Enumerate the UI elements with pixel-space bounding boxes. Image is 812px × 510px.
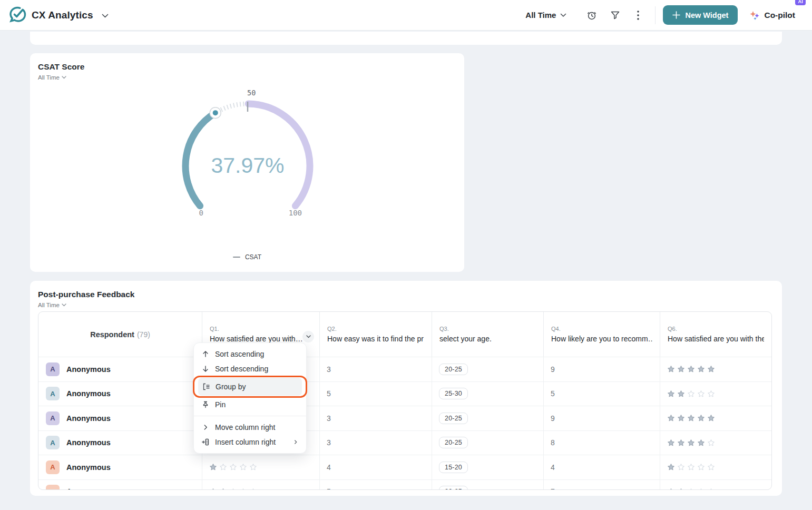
star-empty-icon (219, 463, 227, 471)
legend-series-label: CSAT (245, 253, 261, 261)
star-rating (667, 488, 715, 490)
chevron-down-icon (306, 335, 311, 338)
menu-item-pin[interactable]: Pin (194, 397, 306, 412)
column-menu-button[interactable] (302, 331, 314, 342)
ai-badge: AI (795, 0, 806, 5)
question-number: Q1. (210, 326, 312, 332)
q6-rating-cell (660, 406, 771, 430)
gauge-target-label: 50 (247, 89, 256, 97)
filter-button[interactable] (605, 6, 624, 25)
star-rating (667, 439, 715, 447)
time-filter-chevron-down-icon (560, 13, 566, 17)
question-label: select your age. (439, 335, 536, 343)
table-row[interactable]: AAnonymous320-259 (38, 406, 771, 430)
alerts-button[interactable] (582, 6, 601, 25)
copilot-button[interactable]: Co-pilot AI (749, 10, 803, 21)
menu-item-label: Sort descending (215, 365, 299, 373)
table-row[interactable]: AAnonymous 415-204 (38, 455, 771, 479)
star-filled-icon (697, 439, 705, 447)
star-filled-icon (697, 365, 705, 373)
q2-value-cell: 5 (319, 382, 432, 406)
respondent-cell: AAnonymous (38, 455, 202, 479)
gauge-min-label: 0 (199, 209, 203, 217)
avatar: A (46, 387, 60, 400)
star-empty-icon (249, 463, 257, 471)
gauge-svg: 5037.97%0100 (30, 53, 464, 272)
menu-item-group-by[interactable]: Group by (198, 378, 302, 396)
feedback-widget-time-filter[interactable]: All Time (38, 302, 66, 308)
q3-age-cell: 15-20 (432, 455, 543, 479)
menu-item-insert-column-right[interactable]: Insert column right (194, 435, 306, 449)
group-by-icon (202, 382, 210, 391)
app-brand[interactable]: CX Analytics (8, 5, 109, 25)
q4-value-cell: 8 (543, 431, 660, 455)
star-rating (667, 365, 715, 373)
q4-value-cell: 7 (543, 480, 660, 491)
menu-item-sort-ascending[interactable]: Sort ascending (194, 347, 306, 361)
alarm-clock-icon (586, 10, 597, 21)
feedback-time-filter-label: All Time (38, 302, 60, 308)
menu-item-move-column-right[interactable]: Move column right (194, 420, 306, 435)
question-number: Q2. (327, 326, 424, 332)
star-empty-icon (687, 463, 695, 471)
question-column-header[interactable]: Q3.select your age. (432, 312, 543, 357)
chevron-right-icon (201, 423, 210, 431)
table-row[interactable]: AAnonymous320-258 (38, 430, 771, 455)
table-row[interactable]: AAnonymous320-259 (38, 357, 771, 381)
menu-item-label: Sort ascending (215, 350, 299, 358)
respondent-column-header[interactable]: Respondent (79) (38, 312, 202, 357)
menu-item-sort-descending[interactable]: Sort descending (194, 361, 306, 376)
respondent-name: Anonymous (66, 365, 111, 374)
star-rating (209, 463, 257, 471)
star-empty-icon (697, 463, 705, 471)
q6-rating-cell (660, 431, 771, 455)
table-row[interactable]: AAnonymous 520-257 (38, 479, 771, 491)
star-filled-icon (687, 439, 695, 447)
q6-rating-cell (660, 455, 771, 479)
more-options-button[interactable] (629, 6, 648, 25)
global-time-filter[interactable]: All Time (525, 11, 566, 19)
age-badge: 20-25 (439, 413, 468, 424)
star-rating (667, 414, 715, 422)
star-rating (667, 463, 715, 471)
question-column-header[interactable]: Q6.How satisfied are you with the… (660, 312, 771, 357)
new-widget-button[interactable]: New Widget (663, 5, 738, 25)
question-column-header[interactable]: Q4.How likely are you to recomm… (543, 312, 660, 357)
star-empty-icon (229, 463, 237, 471)
pin-icon (201, 400, 210, 409)
star-filled-icon (209, 488, 217, 490)
copilot-label: Co-pilot (764, 11, 795, 20)
q3-age-cell: 20-25 (432, 431, 543, 455)
respondent-count: (79) (137, 330, 150, 339)
star-filled-icon (677, 365, 685, 373)
age-badge: 20-25 (439, 364, 468, 375)
gauge-max-label: 100 (289, 209, 302, 217)
q4-value-cell: 5 (543, 382, 660, 406)
q4-value-cell: 9 (543, 357, 660, 381)
new-widget-label: New Widget (685, 11, 728, 19)
star-empty-icon (229, 488, 237, 490)
toolbar-divider (655, 6, 656, 24)
avatar: A (46, 362, 60, 376)
feedback-time-chevron-down-icon (62, 303, 66, 307)
star-empty-icon (249, 488, 257, 490)
column-context-menu: Sort ascendingSort descendingGroup byPin… (193, 342, 307, 454)
q3-age-cell: 25-30 (432, 382, 543, 406)
gauge-value-label: 37.97% (211, 153, 284, 178)
respondent-cell: AAnonymous (38, 382, 202, 406)
star-filled-icon (209, 463, 217, 471)
question-column-header[interactable]: Q2.How easy was it to find the pr… (319, 312, 432, 357)
q4-value-cell: 9 (543, 406, 660, 430)
top-app-bar: CX Analytics All Time (0, 0, 812, 31)
star-empty-icon (239, 463, 247, 471)
table-row[interactable]: AAnonymous525-305 (38, 381, 771, 406)
star-filled-icon (667, 463, 675, 471)
brand-chevron-down-icon[interactable] (102, 11, 109, 20)
menu-item-label: Group by (216, 382, 298, 391)
question-label: How easy was it to find the pr… (327, 335, 424, 343)
gauge-marker-dot (213, 110, 218, 115)
csat-score-widget: CSAT Score All Time 5037.97%0100 CSAT (30, 53, 464, 272)
star-filled-icon (687, 414, 695, 422)
star-empty-icon (697, 390, 705, 398)
star-empty-icon (707, 390, 715, 398)
